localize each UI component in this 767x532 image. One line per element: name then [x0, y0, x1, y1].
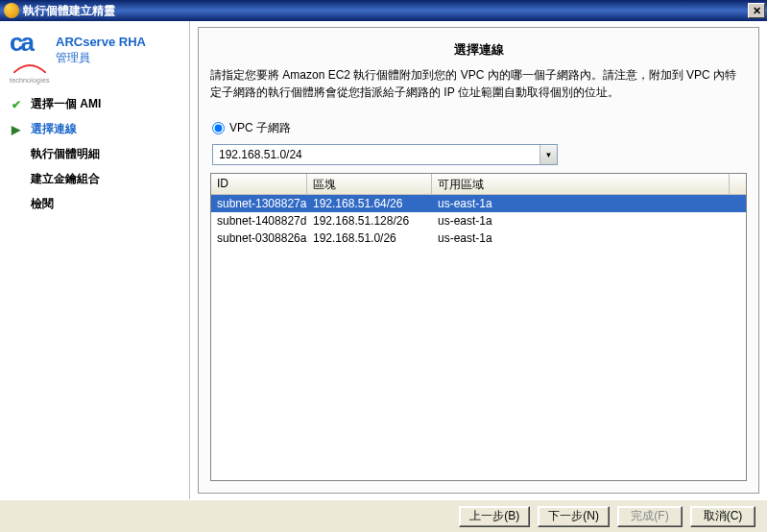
table-row[interactable]: subnet-0308826a 192.168.51.0/26 us-east-…	[211, 230, 746, 247]
footer: 上一步(B) 下一步(N) 完成(F) 取消(C)	[0, 499, 767, 532]
step-label: 檢閱	[31, 196, 54, 212]
next-button[interactable]: 下一步(N)	[538, 506, 610, 527]
cell-zone: us-east-1a	[432, 231, 730, 245]
cell-id: subnet-1408827d	[211, 214, 307, 228]
app-icon	[4, 3, 19, 18]
product-name: ARCserve RHA	[56, 35, 146, 49]
cidr-dropdown-value: 192.168.51.0/24	[213, 148, 539, 161]
product-role: 管理員	[56, 50, 146, 66]
arrow-icon: ▶	[12, 123, 25, 136]
step-label: 建立金鑰組合	[31, 171, 100, 187]
main-pane: 選擇連線 請指定您要將 Amazon EC2 執行個體附加到您的 VPC 內的哪…	[190, 21, 767, 499]
table-row[interactable]: subnet-1308827a 192.168.51.64/26 us-east…	[211, 195, 746, 212]
check-icon: ✔	[12, 98, 25, 111]
cell-zone: us-east-1a	[432, 197, 730, 210]
vpc-subnet-radio[interactable]	[212, 122, 225, 134]
table-row[interactable]: subnet-1408827d 192.168.51.128/26 us-eas…	[211, 212, 746, 230]
chevron-down-icon: ▼	[539, 145, 557, 164]
cidr-dropdown[interactable]: 192.168.51.0/24 ▼	[212, 144, 558, 165]
sidebar: ca technologies ARCserve RHA 管理員 ✔ 選擇一個 …	[0, 21, 190, 499]
finish-button: 完成(F)	[617, 506, 683, 527]
step-details[interactable]: 執行個體明細	[10, 145, 180, 163]
step-connection[interactable]: ▶ 選擇連線	[10, 120, 180, 138]
step-label: 選擇一個 AMI	[31, 96, 101, 112]
vpc-subnet-radio-row: VPC 子網路	[212, 120, 747, 136]
cell-block: 192.168.51.0/26	[307, 231, 432, 245]
col-zone[interactable]: 可用區域	[432, 174, 730, 194]
step-label: 選擇連線	[31, 121, 77, 137]
logo-mark: ca technologies	[10, 33, 50, 65]
page-title: 選擇連線	[210, 41, 747, 59]
cell-id: subnet-0308826a	[211, 231, 307, 245]
subnet-table: ID 區塊 可用區域 subnet-1308827a 192.168.51.64…	[210, 173, 747, 481]
step-review[interactable]: 檢閱	[10, 195, 180, 213]
logo-subtext: technologies	[10, 77, 50, 84]
cell-id: subnet-1308827a	[211, 197, 307, 210]
logo: ca technologies ARCserve RHA 管理員	[10, 31, 180, 68]
step-keypair[interactable]: 建立金鑰組合	[10, 170, 180, 188]
col-block[interactable]: 區塊	[307, 174, 432, 194]
back-button[interactable]: 上一步(B)	[459, 506, 530, 527]
wizard-steps: ✔ 選擇一個 AMI ▶ 選擇連線 執行個體明細 建立金鑰組合 檢閱	[10, 95, 180, 213]
content-box: 選擇連線 請指定您要將 Amazon EC2 執行個體附加到您的 VPC 內的哪…	[198, 27, 759, 494]
cell-zone: us-east-1a	[432, 214, 730, 228]
vpc-subnet-label: VPC 子網路	[229, 120, 291, 136]
close-icon: ✕	[753, 5, 761, 17]
cancel-button[interactable]: 取消(C)	[690, 506, 755, 527]
step-ami[interactable]: ✔ 選擇一個 AMI	[10, 95, 180, 113]
page-description: 請指定您要將 Amazon EC2 執行個體附加到您的 VPC 內的哪一個子網路…	[210, 66, 747, 101]
window-title: 執行個體建立精靈	[23, 3, 748, 19]
cell-block: 192.168.51.64/26	[307, 197, 432, 210]
close-button[interactable]: ✕	[748, 3, 765, 18]
cell-block: 192.168.51.128/26	[307, 214, 432, 228]
table-header: ID 區塊 可用區域	[211, 174, 746, 195]
step-label: 執行個體明細	[31, 146, 100, 162]
col-id[interactable]: ID	[211, 174, 307, 194]
title-bar: 執行個體建立精靈 ✕	[0, 0, 767, 21]
